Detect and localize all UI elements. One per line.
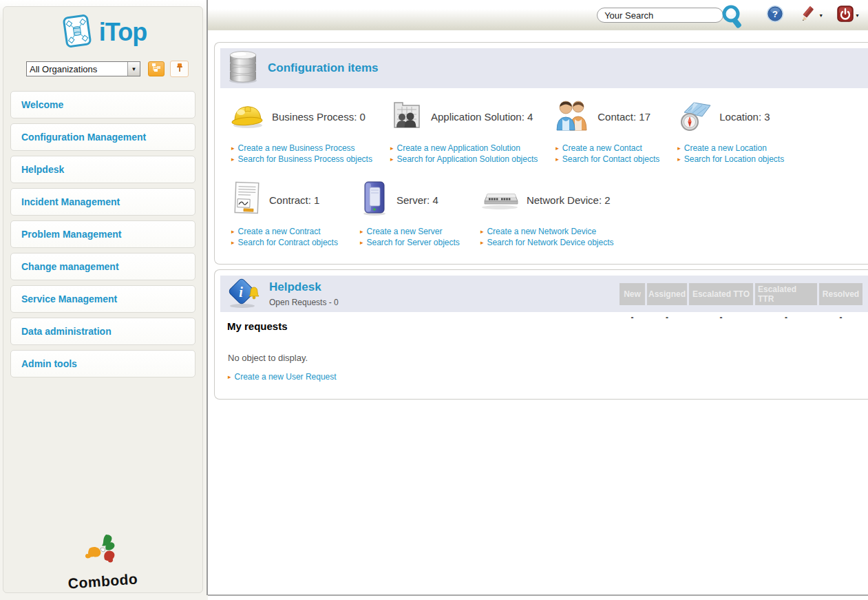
arrow-bullet-icon: ▸ xyxy=(480,229,484,235)
helpdesk-panel: i Helpdesk Open Requests - 0 New Assigne… xyxy=(214,269,868,400)
pin-menu-button[interactable] xyxy=(170,61,189,77)
svg-text:?: ? xyxy=(772,9,778,19)
arrow-bullet-icon: ▸ xyxy=(390,145,394,152)
create-contract-link[interactable]: ▸Create a new Contract xyxy=(231,227,338,236)
sidebar-item-data-administration[interactable]: Data administration xyxy=(10,318,195,345)
configuration-items-panel: Configuration items xyxy=(214,42,868,265)
column-header-escalated-ttr: Escalated TTR xyxy=(755,283,817,305)
sidebar-item-problem-management[interactable]: Problem Management xyxy=(10,220,195,248)
item-count-label: Contract: 1 xyxy=(269,194,319,206)
item-count-label: Business Process: 0 xyxy=(272,111,366,123)
item-count-label: Application Solution: 4 xyxy=(431,111,533,123)
item-count-label: Network Device: 2 xyxy=(527,194,611,206)
hardhat-icon xyxy=(231,101,264,132)
arrow-bullet-icon: ▸ xyxy=(390,156,394,163)
search-network-device-link[interactable]: ▸Search for Network Device objects xyxy=(480,238,614,247)
item-count-label: Contact: 17 xyxy=(597,111,650,123)
create-user-request-link[interactable]: ▸ Create a new User Request xyxy=(228,372,868,382)
value-escalated-tto: - xyxy=(689,313,753,322)
create-contact-link[interactable]: ▸Create a new Contact xyxy=(555,143,659,153)
empty-list-message: No object to display. xyxy=(228,353,868,363)
organization-row: All Organizations ▼ xyxy=(26,61,192,77)
panel-title: Configuration items xyxy=(268,61,379,75)
sidebar-item-welcome[interactable]: Welcome xyxy=(10,91,195,118)
value-resolved: - xyxy=(819,313,862,322)
combodo-footer: Combodo xyxy=(3,533,202,590)
help-button[interactable]: ? xyxy=(766,5,784,25)
sidebar-item-incident-management[interactable]: Incident Management xyxy=(10,188,195,216)
edit-menu-button[interactable]: ▼ xyxy=(801,6,823,25)
search-contact-link[interactable]: ▸Search for Contact objects xyxy=(555,154,659,164)
search-input[interactable] xyxy=(597,8,723,23)
sidebar-menu: Welcome Configuration Management Helpdes… xyxy=(10,91,196,377)
database-icon xyxy=(227,50,259,87)
arrow-bullet-icon: ▸ xyxy=(231,240,235,246)
hierarchy-icon xyxy=(151,63,161,75)
arrow-bullet-icon: ▸ xyxy=(677,145,681,152)
arrow-bullet-icon: ▸ xyxy=(555,156,559,163)
application-solution-icon xyxy=(390,99,423,134)
create-server-link[interactable]: ▸Create a new Server xyxy=(360,227,460,236)
arrow-bullet-icon: ▸ xyxy=(231,145,235,152)
column-header-assigned: Assigned xyxy=(647,283,687,305)
create-location-link[interactable]: ▸Create a new Location xyxy=(677,143,784,153)
create-network-device-link[interactable]: ▸Create a new Network Device xyxy=(480,227,614,236)
sidebar-item-service-management[interactable]: Service Management xyxy=(10,285,195,313)
request-status-columns: New Assigned Escalated TTO Escalated TTR… xyxy=(620,283,862,305)
arrow-bullet-icon: ▸ xyxy=(231,229,235,235)
sidebar-item-helpdesk[interactable]: Helpdesk xyxy=(10,156,195,183)
window-bottom-border xyxy=(208,594,868,600)
main-area: ? ▼ xyxy=(208,0,868,600)
contract-icon xyxy=(231,180,262,219)
sidebar-panel: iTop All Organizations ▼ xyxy=(3,6,203,593)
config-item-contact: Contact: 17 ▸Create a new Contact ▸Searc… xyxy=(555,99,659,165)
search-contract-link[interactable]: ▸Search for Contract objects xyxy=(231,238,338,247)
helpdesk-info-icon: i xyxy=(227,277,260,311)
config-item-network-device: Network Device: 2 ▸Create a new Network … xyxy=(480,182,614,249)
value-new: - xyxy=(620,313,645,322)
sidebar-item-admin-tools[interactable]: Admin tools xyxy=(10,350,195,377)
itop-logo-icon xyxy=(59,12,94,52)
topbar: ? ▼ xyxy=(208,0,868,30)
location-icon xyxy=(677,99,712,134)
help-icon: ? xyxy=(766,5,784,25)
select-dropdown-arrow-icon[interactable]: ▼ xyxy=(127,62,140,76)
search-server-link[interactable]: ▸Search for Server objects xyxy=(360,238,460,247)
pin-icon xyxy=(176,63,184,75)
global-search xyxy=(597,8,723,23)
panel-title: Helpdesk xyxy=(269,280,339,294)
arrow-bullet-icon: ▸ xyxy=(480,240,484,246)
config-items-row-1: Business Process: 0 ▸Create a new Busine… xyxy=(220,88,868,165)
contacts-icon xyxy=(555,99,590,134)
column-header-resolved: Resolved xyxy=(819,283,862,305)
create-application-solution-link[interactable]: ▸Create a new Application Solution xyxy=(390,143,538,153)
hierarchy-button[interactable] xyxy=(148,61,165,76)
arrow-bullet-icon: ▸ xyxy=(677,156,681,163)
organization-select[interactable]: All Organizations ▼ xyxy=(26,61,140,76)
sidebar: iTop All Organizations ▼ xyxy=(0,0,208,600)
network-device-icon xyxy=(480,186,519,214)
arrow-bullet-icon: ▸ xyxy=(360,240,363,246)
sidebar-item-change-management[interactable]: Change management xyxy=(10,253,195,280)
item-count-label: Location: 3 xyxy=(719,111,770,123)
pencil-icon xyxy=(801,6,817,25)
value-assigned: - xyxy=(647,313,687,322)
create-business-process-link[interactable]: ▸Create a new Business Process xyxy=(231,143,372,153)
column-header-escalated-tto: Escalated TTO xyxy=(689,283,753,305)
logoff-menu-button[interactable]: ▼ xyxy=(837,6,860,25)
search-business-process-link[interactable]: ▸Search for Business Process objects xyxy=(231,154,372,164)
itop-app: iTop All Organizations ▼ xyxy=(0,0,868,600)
arrow-bullet-icon: ▸ xyxy=(555,145,559,152)
brand-name: iTop xyxy=(99,18,147,47)
power-icon xyxy=(837,6,854,25)
configuration-items-header: Configuration items xyxy=(220,48,868,88)
sidebar-item-configuration-management[interactable]: Configuration Management xyxy=(10,123,195,151)
search-location-link[interactable]: ▸Search for Location objects xyxy=(677,154,784,164)
request-status-values: - - - - - xyxy=(620,313,862,322)
server-icon xyxy=(360,180,389,219)
search-application-solution-link[interactable]: ▸Search for Application Solution objects xyxy=(390,154,538,164)
brand-logo: iTop xyxy=(10,12,196,52)
value-escalated-ttr: - xyxy=(755,313,817,322)
search-icon[interactable] xyxy=(721,5,744,32)
arrow-bullet-icon: ▸ xyxy=(228,374,231,380)
